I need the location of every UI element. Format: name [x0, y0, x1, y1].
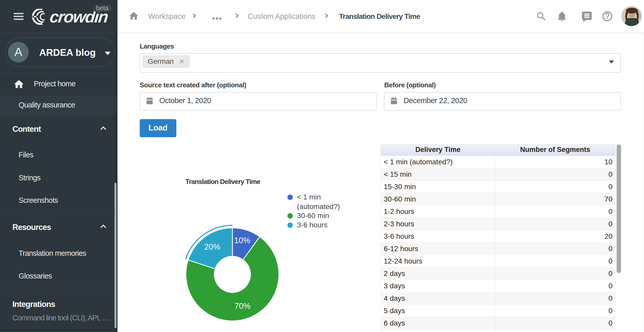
svg-text:10%: 10%	[234, 236, 250, 245]
svg-text:70%: 70%	[234, 302, 250, 311]
svg-text:20%: 20%	[204, 242, 220, 251]
